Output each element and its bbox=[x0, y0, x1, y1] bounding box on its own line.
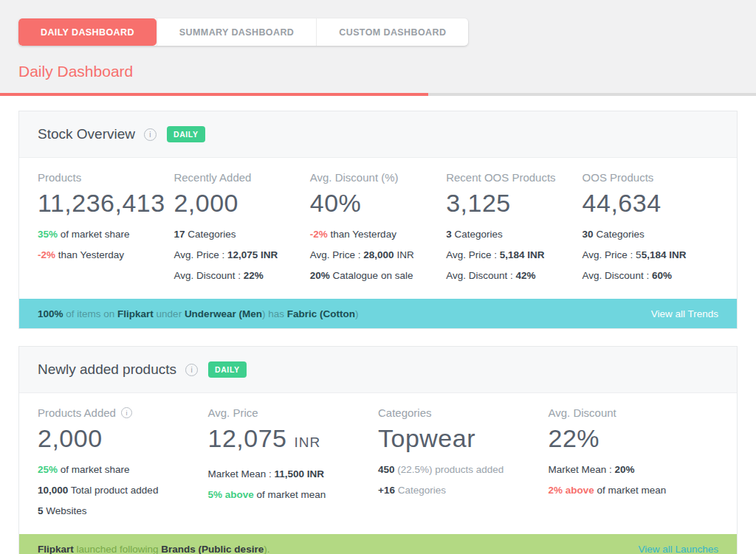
metric-recent-oos-products: Recent OOS Products 3,125 3 Categories A… bbox=[446, 171, 582, 281]
tab-summary-dashboard[interactable]: SUMMARY DASHBOARD bbox=[157, 18, 316, 46]
stat-line: Avg. Price : 12,075 INR bbox=[173, 249, 309, 260]
newly-added-header: Newly added products i DAILY bbox=[19, 347, 737, 393]
card-title: Stock Overview bbox=[38, 126, 135, 142]
metric-value: 2,000 bbox=[173, 187, 309, 219]
metric-categories: Categories Topwear 450 (22.5%) products … bbox=[378, 406, 549, 516]
stat-line: 25% of market share bbox=[38, 464, 208, 475]
metric-products: Products 11,236,413 35% of market share … bbox=[38, 171, 173, 281]
metric-value: 44,634 bbox=[583, 187, 718, 219]
metric-recently-added: Recently Added 2,000 17 Categories Avg. … bbox=[173, 171, 309, 281]
stat-line: 17 Categories bbox=[173, 229, 309, 240]
card-title: Newly added products bbox=[38, 361, 176, 378]
stat-line: Avg. Discount : 42% bbox=[446, 270, 582, 281]
metric-label: Products Added i bbox=[38, 406, 208, 419]
metric-value: 40% bbox=[310, 187, 446, 219]
stat-line: 5% above of market mean bbox=[208, 489, 379, 500]
trends-banner-text: 100% of items on Flipkart under Underwea… bbox=[38, 308, 358, 319]
metric-label: Avg. Discount (%) bbox=[310, 171, 446, 184]
view-all-trends-link[interactable]: View all Trends bbox=[651, 308, 718, 319]
trends-banner: 100% of items on Flipkart under Underwea… bbox=[19, 299, 737, 328]
info-icon[interactable]: i bbox=[121, 407, 132, 418]
stat-line: Avg. Price : 28,000 INR bbox=[310, 249, 446, 260]
title-underline-accent bbox=[0, 93, 428, 96]
metric-value: Topwear bbox=[378, 422, 549, 454]
stat-line: 10,000 Total product added bbox=[38, 485, 208, 496]
daily-badge: DAILY bbox=[167, 126, 205, 142]
metric-label: Avg. Discount bbox=[549, 406, 719, 419]
metric-label: Recently Added bbox=[173, 171, 309, 184]
metric-label: Avg. Price bbox=[208, 406, 379, 419]
tab-custom-dashboard[interactable]: CUSTOM DASHBOARD bbox=[316, 18, 468, 46]
metric-label: Products bbox=[38, 171, 173, 184]
stock-overview-metrics: Products 11,236,413 35% of market share … bbox=[19, 158, 737, 299]
metric-value: 22% bbox=[549, 422, 719, 454]
newly-added-products-card: Newly added products i DAILY Products Ad… bbox=[18, 346, 738, 554]
stat-line: Market Mean : 20% bbox=[549, 464, 719, 475]
stat-line: 35% of market share bbox=[38, 229, 173, 240]
newly-added-metrics: Products Added i 2,000 25% of market sha… bbox=[19, 393, 737, 534]
metric-oos-products: OOS Products 44,634 30 Categories Avg. P… bbox=[583, 171, 718, 281]
metric-label: Recent OOS Products bbox=[446, 171, 582, 184]
metric-value: 2,000 bbox=[38, 422, 208, 454]
currency-suffix: INR bbox=[294, 434, 320, 450]
metric-avg-discount: Avg. Discount 22% Market Mean : 20% 2% a… bbox=[549, 406, 719, 516]
metric-value: 3,125 bbox=[446, 187, 582, 219]
metric-label: Categories bbox=[378, 406, 549, 419]
metric-label: OOS Products bbox=[583, 171, 718, 184]
stat-line: 20% Catalogue on sale bbox=[310, 270, 446, 281]
top-bar: DAILY DASHBOARD SUMMARY DASHBOARD CUSTOM… bbox=[0, 0, 756, 96]
metric-products-added: Products Added i 2,000 25% of market sha… bbox=[38, 406, 208, 516]
stat-line: 30 Categories bbox=[583, 229, 718, 240]
info-icon[interactable]: i bbox=[185, 364, 198, 376]
stat-line: -2% than Yesterday bbox=[38, 249, 173, 260]
stat-line: +16 Categories bbox=[378, 485, 549, 496]
daily-badge: DAILY bbox=[208, 361, 247, 378]
view-all-launches-link[interactable]: View all Launches bbox=[638, 544, 718, 554]
metric-avg-price: Avg. Price 12,075 INR Market Mean : 11,5… bbox=[208, 406, 379, 516]
page-title: Daily Dashboard bbox=[18, 63, 738, 80]
stat-line: Market Mean : 11,500 INR bbox=[208, 468, 379, 479]
stock-overview-header: Stock Overview i DAILY bbox=[19, 111, 737, 158]
stat-line: 2% above of market mean bbox=[549, 485, 719, 496]
dashboard-tabs: DAILY DASHBOARD SUMMARY DASHBOARD CUSTOM… bbox=[18, 18, 468, 46]
tab-daily-dashboard[interactable]: DAILY DASHBOARD bbox=[18, 18, 157, 46]
title-underline bbox=[0, 93, 756, 96]
stat-line: Avg. Price : 55,184 INR bbox=[583, 249, 718, 260]
stock-overview-card: Stock Overview i DAILY Products 11,236,4… bbox=[18, 111, 738, 329]
stat-line: Avg. Discount : 22% bbox=[173, 270, 309, 281]
stat-line: 5 Websites bbox=[38, 505, 208, 516]
stat-line: Avg. Discount : 60% bbox=[583, 270, 718, 281]
launches-banner: Flipkart launched following Brands (Publ… bbox=[19, 534, 737, 554]
stat-line: -2% than Yesterday bbox=[310, 229, 446, 240]
stat-line: 3 Categories bbox=[446, 229, 582, 240]
metric-avg-discount: Avg. Discount (%) 40% -2% than Yesterday… bbox=[310, 171, 446, 281]
stat-line: 450 (22.5%) products added bbox=[378, 464, 549, 475]
launches-banner-text: Flipkart launched following Brands (Publ… bbox=[38, 544, 269, 554]
info-icon[interactable]: i bbox=[144, 128, 157, 141]
metric-value: 12,075 INR bbox=[208, 422, 379, 459]
metric-value: 11,236,413 bbox=[38, 187, 173, 219]
stat-line: Avg. Price : 5,184 INR bbox=[446, 249, 582, 260]
